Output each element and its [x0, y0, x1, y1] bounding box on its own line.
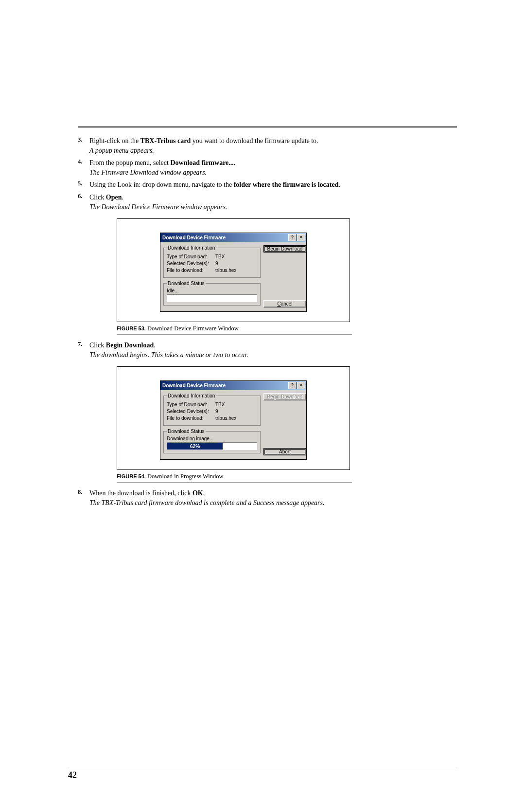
file-value: tribus.hex	[215, 415, 236, 421]
help-icon[interactable]: ?	[288, 382, 297, 389]
titlebar: Download Device Firmware ? ×	[160, 233, 306, 242]
figure-53-box: Download Device Firmware ? × Download In…	[117, 218, 350, 322]
step-number: 6.	[78, 193, 89, 212]
progress-bar: 62%	[167, 442, 257, 450]
top-rule	[78, 126, 457, 127]
figure-text: Download in Progress Window	[146, 473, 224, 480]
download-status-group: Download Status Downloading image... 62%	[163, 429, 261, 453]
selected-value: 9	[215, 261, 218, 266]
text: .	[338, 181, 340, 188]
text: Right-click on the	[89, 137, 140, 144]
text: ownload	[284, 246, 302, 252]
text: .	[122, 194, 124, 201]
titlebar: Download Device Firmware ? ×	[160, 381, 306, 390]
figure-54-box: Download Device Firmware ? × Download In…	[117, 366, 350, 470]
status-text: Downloading image...	[167, 436, 257, 441]
step-number: 5.	[78, 180, 89, 190]
bold-text: Begin Download	[106, 342, 154, 349]
step-body: When the download is finished, click OK.…	[89, 488, 457, 507]
step-number: 4.	[78, 158, 89, 177]
file-value: tribus.hex	[215, 268, 236, 273]
group-label: Download Status	[167, 429, 206, 434]
begin-download-button: Begin Download	[263, 393, 306, 400]
accel: A	[279, 449, 282, 454]
step-body: Click Begin Download. The download begin…	[89, 341, 457, 360]
text: .	[154, 342, 156, 349]
download-status-group: Download Status Idle...	[163, 281, 261, 306]
download-firmware-dialog-progress: Download Device Firmware ? × Download In…	[160, 380, 307, 460]
abort-button[interactable]: Abort	[263, 448, 306, 455]
figure-label: FIGURE 53.	[117, 325, 146, 331]
result-text: A popup menu appears.	[89, 146, 457, 156]
result-text: The Download Device Firmware window appe…	[89, 202, 457, 212]
download-information-group: Download Information Type of Download:TB…	[163, 245, 261, 278]
dialog-title: Download Device Firmware	[162, 235, 288, 240]
bold-text: TBX-Tribus card	[140, 137, 191, 144]
close-icon[interactable]: ×	[297, 234, 305, 241]
text: When the download is finished, click	[89, 489, 192, 497]
cancel-button[interactable]: Cancel	[263, 300, 306, 307]
step-body: Using the Look in: drop down menu, navig…	[89, 180, 457, 190]
text: .	[234, 159, 236, 166]
step-number: 7.	[78, 341, 89, 360]
step-body: Click Open. The Download Device Firmware…	[89, 193, 457, 212]
type-label: Type of Download:	[167, 402, 215, 407]
close-icon[interactable]: ×	[297, 382, 305, 389]
result-text: The download begins. This takes a minute…	[89, 350, 457, 360]
step-number: 8.	[78, 488, 89, 507]
help-icon[interactable]: ?	[288, 234, 297, 241]
dialog-title: Download Device Firmware	[162, 383, 288, 388]
step-body: Right-click on the TBX-Tribus card you w…	[89, 136, 457, 155]
file-label: File to download:	[167, 268, 215, 273]
group-label: Download Information	[167, 393, 216, 398]
download-information-group: Download Information Type of Download:TB…	[163, 393, 261, 426]
type-value: TBX	[215, 402, 225, 407]
accel: C	[277, 301, 280, 307]
text: you want to download the firmware update…	[191, 137, 318, 144]
bold-text: OK	[192, 489, 203, 497]
figure-text: Download Device Firmware Window	[146, 325, 239, 332]
text: Click	[89, 194, 106, 201]
file-label: File to download:	[167, 415, 215, 421]
text: .	[203, 489, 205, 497]
bottom-rule	[68, 767, 457, 767]
status-text: Idle...	[167, 288, 257, 293]
group-label: Download Status	[167, 281, 206, 286]
text: ancel	[281, 301, 293, 307]
page-number: 42	[68, 770, 77, 780]
text: From the popup menu, select	[89, 159, 170, 166]
step-body: From the popup menu, select Download fir…	[89, 158, 457, 177]
bold-text: Download firmware...	[170, 159, 233, 166]
selected-value: 9	[215, 409, 218, 414]
figure-53-caption: FIGURE 53. Download Device Firmware Wind…	[117, 325, 352, 335]
figure-label: FIGURE 54.	[117, 473, 146, 479]
progress-fill: 62%	[167, 443, 223, 450]
type-label: Type of Download:	[167, 254, 215, 259]
begin-download-button[interactable]: Begin Download	[263, 245, 306, 253]
text: Begin	[267, 246, 281, 252]
text: Using the Look in: drop down menu, navig…	[89, 181, 234, 188]
step-number: 3.	[78, 136, 89, 155]
selected-label: Selected Device(s):	[167, 409, 215, 414]
bold-text: folder where the firmware is located	[234, 181, 339, 188]
text: bort	[282, 449, 291, 454]
result-text: The TBX-Tribus card firmware download is…	[89, 498, 457, 508]
group-label: Download Information	[167, 245, 216, 251]
selected-label: Selected Device(s):	[167, 261, 215, 266]
text: Click	[89, 342, 106, 349]
figure-54-caption: FIGURE 54. Download in Progress Window	[117, 473, 352, 483]
bold-text: Open	[106, 194, 122, 201]
result-text: The Firmware Download window appears.	[89, 168, 457, 178]
type-value: TBX	[215, 254, 225, 259]
download-firmware-dialog-idle: Download Device Firmware ? × Download In…	[160, 233, 307, 312]
progress-bar	[167, 294, 257, 302]
